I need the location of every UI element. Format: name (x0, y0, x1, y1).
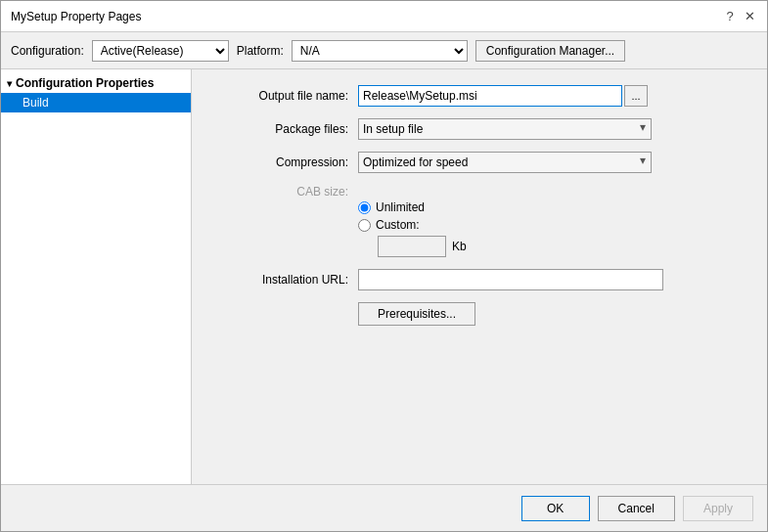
package-files-row: Package files: In setup file From web Lo… (211, 118, 747, 140)
cab-size-row: CAB size: (211, 185, 747, 199)
output-file-input[interactable] (358, 85, 622, 107)
installation-url-input[interactable] (358, 269, 663, 290)
cab-unlimited-radio[interactable] (358, 201, 371, 214)
config-manager-button[interactable]: Configuration Manager... (475, 40, 625, 62)
sidebar: ▾ Configuration Properties Build (1, 69, 192, 484)
compression-label: Compression: (211, 155, 358, 169)
package-files-label: Package files: (211, 122, 358, 136)
compression-row: Compression: Optimized for speed Optimiz… (211, 152, 747, 173)
close-button[interactable]: ✕ (742, 9, 757, 24)
cab-custom-row: Custom: (211, 218, 747, 232)
config-label: Configuration: (11, 44, 84, 58)
platform-select[interactable]: N/A (292, 40, 468, 62)
sidebar-group-label: Configuration Properties (16, 76, 154, 90)
bottom-bar: OK Cancel Apply (1, 484, 767, 531)
group-arrow: ▾ (7, 78, 12, 89)
cab-unlimited-row: Unlimited (211, 200, 747, 214)
compression-select-wrapper: Optimized for speed Optimized for size N… (358, 152, 652, 173)
cab-unlimited-label: Unlimited (376, 200, 425, 214)
main-area: ▾ Configuration Properties Build Output … (1, 69, 767, 484)
kb-label: Kb (452, 240, 467, 253)
kb-input[interactable] (378, 236, 446, 257)
dialog: MySetup Property Pages ? ✕ Configuration… (0, 0, 768, 532)
cab-custom-radio[interactable] (358, 219, 371, 232)
sidebar-item-build[interactable]: Build (1, 93, 191, 112)
title-bar-controls: ? ✕ (722, 9, 757, 24)
cancel-button[interactable]: Cancel (598, 496, 675, 521)
browse-button[interactable]: ... (624, 85, 648, 107)
help-button[interactable]: ? (722, 9, 738, 24)
output-file-row: Output file name: ... (211, 85, 747, 107)
cab-size-label: CAB size: (211, 185, 358, 199)
installation-url-label: Installation URL: (211, 273, 358, 287)
kb-row: Kb (211, 236, 747, 257)
prereq-row: Prerequisites... (211, 302, 747, 326)
output-file-label: Output file name: (211, 89, 358, 103)
platform-label: Platform: (237, 44, 284, 58)
content-area: Output file name: ... Package files: In … (192, 69, 767, 484)
config-select[interactable]: Active(Release) (92, 40, 229, 62)
installation-url-row: Installation URL: (211, 269, 747, 290)
ok-button[interactable]: OK (521, 496, 590, 521)
apply-button[interactable]: Apply (683, 496, 753, 521)
sidebar-item-label: Build (23, 96, 49, 110)
package-files-select-wrapper: In setup file From web Loose uncompresse… (358, 118, 652, 140)
toolbar: Configuration: Active(Release) Platform:… (1, 32, 767, 69)
sidebar-group[interactable]: ▾ Configuration Properties (1, 73, 191, 93)
compression-select[interactable]: Optimized for speed Optimized for size N… (358, 152, 652, 173)
package-files-select[interactable]: In setup file From web Loose uncompresse… (358, 118, 652, 140)
prerequisites-button[interactable]: Prerequisites... (358, 302, 475, 326)
cab-custom-label: Custom: (376, 218, 420, 232)
dialog-title: MySetup Property Pages (11, 10, 141, 23)
title-bar: MySetup Property Pages ? ✕ (1, 1, 767, 32)
